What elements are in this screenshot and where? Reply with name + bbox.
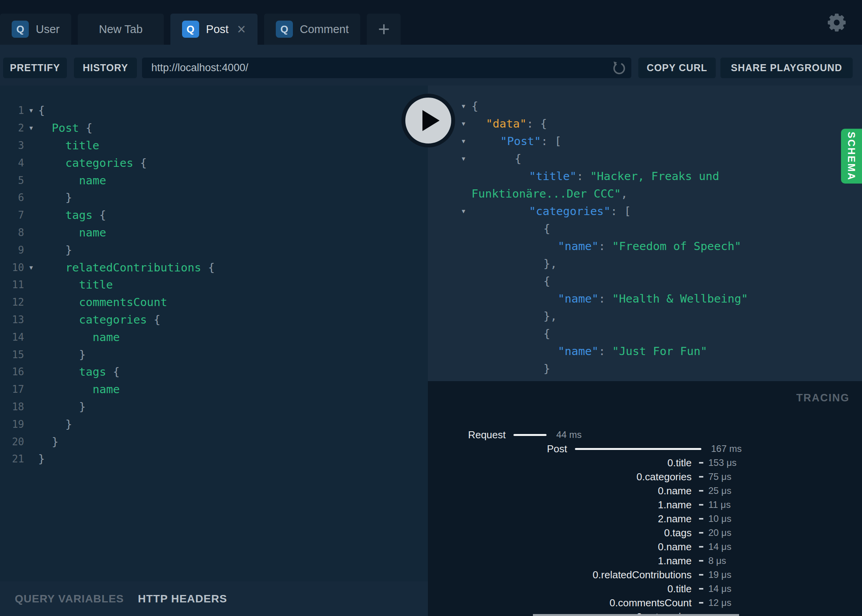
trace-row: 0.commentsCount12 μs bbox=[428, 596, 862, 610]
response-text: "name": "Health & Wellbeing" bbox=[471, 292, 748, 305]
trace-tick bbox=[699, 462, 703, 464]
trace-tick bbox=[699, 504, 703, 506]
code-line: 6} bbox=[0, 189, 428, 206]
response-line: "name": "Just For Fun" bbox=[428, 342, 862, 360]
reload-icon[interactable] bbox=[610, 60, 627, 76]
trace-label: 1.name bbox=[428, 499, 692, 511]
response-text: { bbox=[471, 327, 550, 340]
fold-arrow-icon[interactable]: ▼ bbox=[24, 264, 38, 271]
trace-row: 0.relatedContributions19 μs bbox=[428, 568, 862, 582]
tab-comment[interactable]: QComment bbox=[264, 14, 361, 45]
code-text: title bbox=[38, 139, 99, 152]
trace-label: 0.name bbox=[428, 541, 692, 553]
code-line: 8name bbox=[0, 224, 428, 242]
query-variables-tab[interactable]: QUERY VARIABLES bbox=[15, 593, 124, 605]
line-number: 15 bbox=[0, 349, 24, 360]
code-text: name bbox=[38, 174, 106, 187]
trace-tick bbox=[699, 532, 703, 534]
trace-value: 153 μs bbox=[708, 457, 737, 468]
trace-tick bbox=[699, 560, 703, 562]
code-line: 14name bbox=[0, 328, 428, 346]
line-number: 16 bbox=[0, 366, 24, 378]
trace-row: Request44 ms bbox=[428, 428, 862, 442]
trace-row: 0.title153 μs bbox=[428, 456, 862, 470]
fold-arrow-icon[interactable]: ▼ bbox=[24, 124, 38, 131]
trace-row: 0.title14 μs bbox=[428, 582, 862, 596]
gear-icon bbox=[827, 13, 846, 32]
code-text: commentsCount bbox=[38, 296, 167, 309]
code-text: categories { bbox=[38, 156, 147, 170]
execute-button[interactable] bbox=[401, 94, 455, 147]
tracing-panel: TRACING Request44 msPost167 ms0.title153… bbox=[428, 381, 862, 616]
response-text: { bbox=[471, 152, 521, 165]
trace-row: 0.name14 μs bbox=[428, 540, 862, 554]
close-tab-icon[interactable]: × bbox=[237, 22, 246, 37]
code-line: 3title bbox=[0, 137, 428, 154]
response-line: ] bbox=[428, 377, 862, 381]
trace-value: 44 ms bbox=[556, 429, 582, 440]
trace-bar bbox=[575, 448, 701, 450]
code-text: } bbox=[38, 191, 72, 204]
trace-value: 19 μs bbox=[708, 569, 731, 580]
code-line: 21} bbox=[0, 450, 428, 468]
code-text: name bbox=[38, 226, 106, 239]
trace-value: 14 μs bbox=[708, 583, 731, 594]
trace-row: 0.tags20 μs bbox=[428, 526, 862, 540]
code-line: 13categories { bbox=[0, 311, 428, 329]
code-line: 5name bbox=[0, 172, 428, 189]
response-line: }, bbox=[428, 255, 862, 272]
code-line: 16tags { bbox=[0, 363, 428, 381]
response-line: { bbox=[428, 272, 862, 290]
code-line: 9} bbox=[0, 241, 428, 259]
tab-user[interactable]: QUser bbox=[0, 14, 71, 45]
schema-tab[interactable]: SCHEMA bbox=[841, 129, 862, 184]
trace-label: 1.name bbox=[428, 555, 692, 567]
trace-tick bbox=[699, 588, 703, 590]
share-playground-button[interactable]: SHARE PLAYGROUND bbox=[720, 58, 853, 78]
trace-value: 167 ms bbox=[711, 443, 742, 454]
tab-new-tab[interactable]: New Tab bbox=[78, 14, 163, 45]
endpoint-url-input[interactable] bbox=[142, 62, 610, 74]
trace-label: 0.relatedContributions bbox=[428, 569, 692, 581]
query-type-badge: Q bbox=[12, 21, 29, 38]
fold-arrow-icon[interactable]: ▼ bbox=[24, 107, 38, 114]
trace-tick bbox=[699, 490, 703, 492]
http-headers-tab[interactable]: HTTP HEADERS bbox=[138, 593, 227, 605]
code-line: 2▼Post { bbox=[0, 119, 428, 137]
fold-arrow-icon[interactable]: ▼ bbox=[428, 208, 471, 215]
response-text: } bbox=[471, 362, 550, 375]
trace-tick bbox=[699, 574, 703, 576]
trace-value: 10 μs bbox=[708, 513, 731, 524]
trace-row: 2.name10 μs bbox=[428, 512, 862, 526]
copy-curl-button[interactable]: COPY CURL bbox=[638, 58, 716, 78]
new-tab-button[interactable]: + bbox=[367, 14, 401, 45]
settings-button[interactable] bbox=[827, 13, 846, 32]
line-number: 14 bbox=[0, 331, 24, 343]
fold-arrow-icon[interactable]: ▼ bbox=[428, 155, 471, 162]
plus-icon: + bbox=[378, 18, 390, 41]
response-line: ▼{ bbox=[428, 150, 862, 167]
code-line: 10▼relatedContributions { bbox=[0, 259, 428, 276]
prettify-button[interactable]: PRETTIFY bbox=[3, 58, 67, 78]
response-line: Funktionäre...Der CCC", bbox=[428, 185, 862, 202]
query-editor[interactable]: 1▼{2▼Post {3title4categories {5name6}7ta… bbox=[0, 86, 428, 581]
trace-label: 0.commentsCount bbox=[428, 597, 692, 609]
tab-post[interactable]: QPost× bbox=[170, 14, 258, 45]
code-text: tags { bbox=[38, 208, 106, 222]
trace-value: 12 μs bbox=[708, 597, 731, 608]
code-line: 15} bbox=[0, 346, 428, 363]
line-number: 7 bbox=[0, 209, 24, 221]
trace-label: 0.categories bbox=[428, 471, 692, 483]
tracing-scrollbar[interactable] bbox=[533, 614, 739, 616]
response-line: "name": "Health & Wellbeing" bbox=[428, 290, 862, 307]
code-text: } bbox=[38, 243, 72, 257]
response-text: "categories": [ bbox=[471, 205, 631, 218]
response-text: { bbox=[471, 275, 550, 288]
execute-button-circle bbox=[405, 98, 451, 144]
schema-tab-label: SCHEMA bbox=[846, 131, 857, 180]
code-text: Post { bbox=[38, 121, 93, 135]
trace-row: Post167 ms bbox=[428, 442, 862, 456]
history-button[interactable]: HISTORY bbox=[74, 58, 137, 78]
query-code: 1▼{2▼Post {3title4categories {5name6}7ta… bbox=[0, 102, 428, 468]
line-number: 2 bbox=[0, 122, 24, 134]
